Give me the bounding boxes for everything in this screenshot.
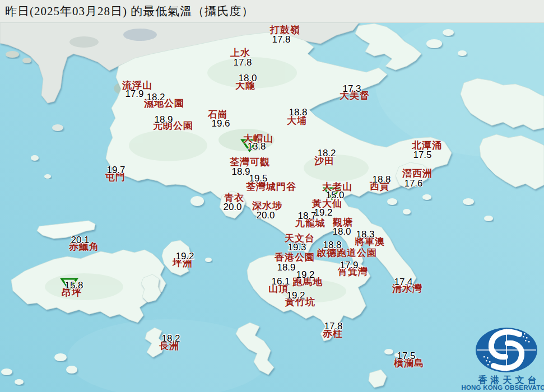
station-name-label: 打鼓嶺 [270, 25, 300, 35]
station-temp-value: 17.8 [272, 35, 290, 44]
station-name-label: 上水 [230, 48, 250, 58]
hko-min-temp-map-screen: 昨日(2025年03月28日) 的最低氣溫（攝氏度） 打鼓嶺17.8上水17.8… [0, 0, 544, 392]
station-temp-value: 18.8 [323, 240, 341, 250]
station-temp-value: 17.5 [397, 351, 415, 361]
title-bar: 昨日(2025年03月28日) 的最低氣溫（攝氏度） [0, 0, 544, 23]
stations-layer: 打鼓嶺17.8上水17.8大隴18.0大美督17.3流浮山17.9濕地公園18.… [0, 0, 544, 392]
station-temp-value: 17.5 [413, 150, 431, 160]
station-temp-value: 18.0 [332, 227, 351, 236]
station-temp-value: 15.8 [64, 281, 83, 290]
station-temp-value: 18.9 [231, 167, 250, 176]
station-temp-value: 20.1 [71, 235, 89, 245]
station-temp-value: 18.2 [317, 148, 336, 158]
station-name-label: 香港公園 [275, 253, 315, 262]
station-temp-value: 17.3 [342, 84, 361, 94]
station-temp-value: 18.9 [154, 115, 173, 124]
station-temp-value: 18.2 [161, 334, 180, 343]
hko-logo-name-en: HONG KONG OBSERVATORY [461, 384, 544, 391]
station-temp-value: 18.0 [238, 73, 257, 83]
station-temp-value: 18.2 [146, 92, 165, 102]
station-temp-value: 19.7 [106, 165, 125, 175]
station-temp-value: 17.9 [340, 260, 358, 270]
station-temp-value: 19.2 [296, 270, 314, 279]
station-temp-value: 19.2 [175, 251, 194, 261]
station-temp-value: 19.2 [314, 208, 332, 217]
station-temp-value: 20.0 [223, 202, 241, 212]
station-temp-value: 17.8 [324, 321, 342, 331]
station-temp-value: 18.7 [297, 211, 316, 221]
station-temp-value: 17.9 [125, 89, 143, 99]
station-name-label: 滘西洲 [402, 169, 433, 178]
station-temp-value: 19.5 [249, 174, 267, 183]
station-temp-value: 19.3 [287, 242, 306, 252]
station-temp-value: 18.9 [277, 263, 295, 272]
station-temp-value: 18.8 [372, 175, 390, 184]
hko-typhoon-swirl-icon [473, 326, 540, 374]
station-temp-value: 16.1 [271, 277, 290, 286]
station-temp-value: 18.8 [289, 108, 307, 117]
station-temp-value: 20.0 [256, 211, 275, 220]
station-name-label: 北潭涌 [412, 141, 442, 150]
station-temp-value: 19.2 [286, 291, 305, 300]
station-temp-value: 19.6 [211, 119, 230, 128]
station-temp-value: 17.6 [404, 179, 422, 188]
station-temp-value: 17.4 [394, 277, 412, 287]
station-name-label: 深水埗 [252, 201, 282, 211]
station-name-label: 荃灣可觀 [230, 157, 270, 167]
page-title: 昨日(2025年03月28日) 的最低氣溫（攝氏度） [0, 0, 544, 22]
station-temp-value: 17.8 [233, 58, 252, 67]
station-temp-value: 13.8 [247, 142, 266, 151]
station-temp-value: 18.3 [356, 230, 374, 239]
hko-logo: 香港天文台 HONG KONG OBSERVATORY [473, 326, 544, 392]
